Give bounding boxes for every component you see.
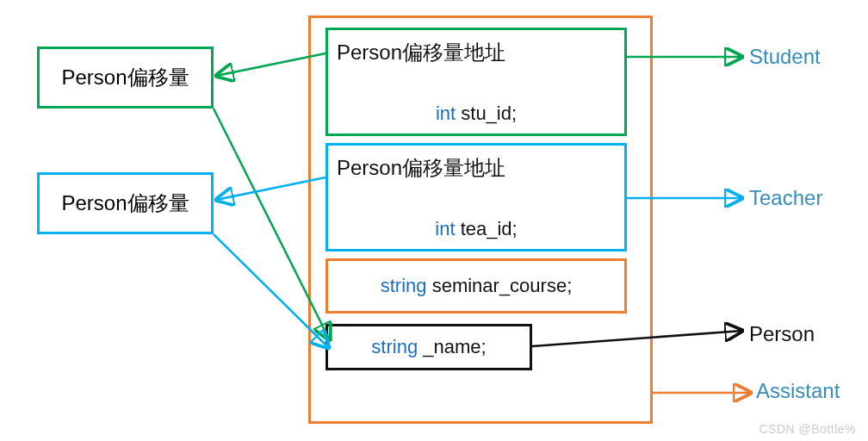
person-offset-box-teacher: Person偏移量: [37, 172, 214, 234]
caption-teacher: Teacher: [749, 186, 822, 210]
diagram-stage: Person偏移量 Person偏移量 Person偏移量地址 int stu_…: [0, 0, 868, 441]
student-field-name: stu_id;: [461, 102, 517, 124]
assistant-own-field: string seminar_course;: [381, 275, 573, 297]
teacher-subobject-box: Person偏移量地址 int tea_id;: [326, 143, 627, 252]
teacher-field-type: int: [435, 218, 455, 239]
person-offset-box-student: Person偏移量: [37, 47, 214, 109]
person-subobject-box: string _name;: [326, 324, 532, 370]
person-offset-label-teacher: Person偏移量: [61, 189, 189, 217]
teacher-vbptr-header: Person偏移量地址: [337, 154, 505, 182]
assistant-own-field-box: string seminar_course;: [326, 258, 627, 314]
person-field: string _name;: [371, 336, 486, 358]
name-field-type: string: [371, 336, 418, 357]
student-subobject-box: Person偏移量地址 int stu_id;: [326, 28, 627, 136]
caption-assistant: Assistant: [756, 379, 840, 403]
teacher-field-name: tea_id;: [461, 218, 518, 239]
seminar-field-name: seminar_course;: [432, 275, 573, 296]
teacher-field: int tea_id;: [328, 218, 624, 240]
student-field: int stu_id;: [328, 102, 624, 125]
name-field-name: _name;: [423, 336, 486, 357]
student-field-type: int: [436, 102, 456, 124]
student-vbptr-header: Person偏移量地址: [337, 39, 505, 66]
seminar-field-type: string: [381, 275, 427, 296]
caption-student: Student: [749, 45, 821, 69]
watermark: CSDN @Bottle%: [759, 422, 856, 436]
caption-person: Person: [749, 322, 815, 346]
person-offset-label-student: Person偏移量: [61, 64, 189, 91]
